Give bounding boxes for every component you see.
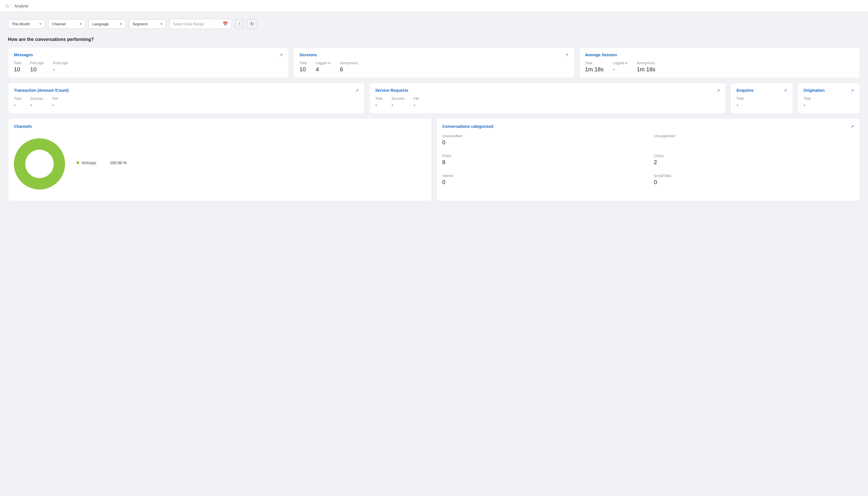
messages-metrics: Total 10 PreLogin 10 PostLogin - [14,61,283,73]
service-requests-external-link-icon[interactable]: ↗ [716,88,720,93]
messages-card-title[interactable]: Messages [14,52,33,57]
sessions-loggedin-value: 4 [316,66,331,73]
transaction-card-title[interactable]: Transaction (Amount /Count) [14,88,69,93]
language-filter-label: Language [92,22,109,26]
topbar-divider: | [11,4,12,8]
faqs-category: FAQs 8 [442,154,643,166]
messages-card: Messages ↗ Total 10 PreLogin 10 PostLogi… [8,47,289,78]
unclassified-category: Unclassified 0 [442,134,643,146]
avg-session-total-metric: Total 1m 18s [585,61,604,73]
origination-metrics: Total - [804,97,854,108]
messages-prelogin-metric: PreLogin 10 [30,61,44,73]
enquires-card-title[interactable]: Enquires [737,88,754,93]
refresh-button[interactable]: ↻ [247,19,257,29]
intents-value: 0 [442,179,643,186]
date-range-filter[interactable]: Select Date Range 📅 [169,19,232,29]
smalltalks-category: SmallTalks 0 [654,174,854,186]
transaction-success-label: Success [30,97,43,100]
transaction-success-metric: Success - [30,97,43,108]
main-content: This Month ▾ Channel ▾ Language ▾ Segmen… [0,12,868,208]
transaction-fail-value: - [52,102,58,108]
categories-grid: Unclassified 0 Unsupported FAQs 8 Clicks… [442,134,854,186]
average-session-card-title[interactable]: Average Session [585,52,617,57]
service-requests-card-title[interactable]: Service Requests [375,88,408,93]
messages-postlogin-label: PostLogin [53,61,68,65]
channel-chevron-icon: ▾ [80,22,81,26]
sessions-total-value: 10 [299,66,306,73]
segment-filter[interactable]: Segment ▾ [129,19,166,29]
clicks-value: 2 [654,159,854,166]
transaction-total-metric: Total - [14,97,21,108]
webapp-legend-dot [76,161,79,164]
sessions-card-title[interactable]: Sessions [299,52,317,57]
messages-total-value: 10 [14,66,21,73]
service-total-metric: Total - [375,97,382,108]
enquires-card: Enquires ↗ Total - [730,83,793,114]
sessions-anonymous-value: 6 [340,66,358,73]
service-requests-card: Service Requests ↗ Total - Success - Fai… [369,83,726,114]
donut-area: Webapp 100.00 % [14,133,426,195]
avg-session-loggedin-label: Logged in [613,61,628,65]
bottom-row: Channels Webapp 100.00 % [8,118,860,201]
period-chevron-icon: ▾ [40,22,41,26]
faqs-label: FAQs [442,154,643,158]
transaction-total-value: - [14,102,21,108]
service-success-label: Success [391,97,404,100]
avg-session-anonymous-value: 1m 18s [637,66,656,73]
refresh-icon: ↻ [250,21,254,27]
transaction-total-label: Total [14,97,21,100]
language-chevron-icon: ▾ [120,22,122,26]
origination-card: Origination ↗ Total - [798,83,860,114]
sessions-external-link-icon[interactable]: ↗ [565,52,569,57]
service-fail-metric: Fail - [413,97,419,108]
channels-legend: Webapp 100.00 % [76,160,127,167]
intents-label: Intents [442,174,643,178]
transaction-card: Transaction (Amount /Count) ↗ Total - Su… [8,83,365,114]
unclassified-label: Unclassified [442,134,643,138]
sessions-loggedin-metric: Logged in 4 [316,61,331,73]
service-fail-label: Fail [413,97,419,100]
avg-session-loggedin-metric: Logged in - [613,61,628,73]
average-session-metrics: Total 1m 18s Logged in - Anonymous 1m 18… [585,61,854,73]
service-total-label: Total [375,97,382,100]
service-fail-value: - [413,102,419,108]
export-icon: ↑ [238,21,240,27]
export-button[interactable]: ↑ [235,19,244,29]
topbar: ⌂ | Analyse [0,0,868,12]
channels-card-title[interactable]: Channels [14,124,32,129]
channels-card: Channels Webapp 100.00 % [8,118,432,201]
sessions-anonymous-metric: Anonymous 6 [340,61,358,73]
messages-prelogin-value: 10 [30,66,44,73]
language-filter[interactable]: Language ▾ [89,19,126,29]
origination-total-metric: Total - [804,97,811,108]
transaction-success-value: - [30,102,43,108]
home-icon[interactable]: ⌂ [6,3,9,9]
origination-external-link-icon[interactable]: ↗ [851,88,854,93]
calendar-icon: 📅 [223,21,228,27]
conversations-categorised-card: Conversations categorised ↗ Unclassified… [436,118,860,201]
origination-card-title[interactable]: Origination [804,88,825,93]
avg-session-loggedin-value: - [613,66,628,73]
smalltalks-value: 0 [654,179,854,186]
period-filter[interactable]: This Month ▾ [8,19,45,29]
avg-session-total-label: Total [585,61,604,65]
conversations-categorised-title[interactable]: Conversations categorised [442,124,493,129]
avg-session-anonymous-metric: Anonymous 1m 18s [637,61,656,73]
clicks-category: Clicks 2 [654,154,854,166]
channel-filter-label: Channel [52,22,66,26]
unclassified-value: 0 [442,139,643,146]
conversations-external-link-icon[interactable]: ↗ [851,124,854,129]
enquires-external-link-icon[interactable]: ↗ [784,88,787,93]
avg-session-anonymous-label: Anonymous [637,61,656,65]
channel-filter[interactable]: Channel ▾ [48,19,85,29]
transaction-external-link-icon[interactable]: ↗ [355,88,359,93]
messages-total-label: Total [14,61,21,65]
section-title: How are the conversations performing? [8,37,860,42]
segment-chevron-icon: ▾ [160,22,162,26]
cards-row-2: Transaction (Amount /Count) ↗ Total - Su… [8,83,860,114]
service-success-metric: Success - [391,97,404,108]
intents-category: Intents 0 [442,174,643,186]
sessions-loggedin-label: Logged in [316,61,331,65]
messages-external-link-icon[interactable]: ↗ [280,52,283,57]
average-session-card: Average Session Total 1m 18s Logged in -… [579,47,860,78]
